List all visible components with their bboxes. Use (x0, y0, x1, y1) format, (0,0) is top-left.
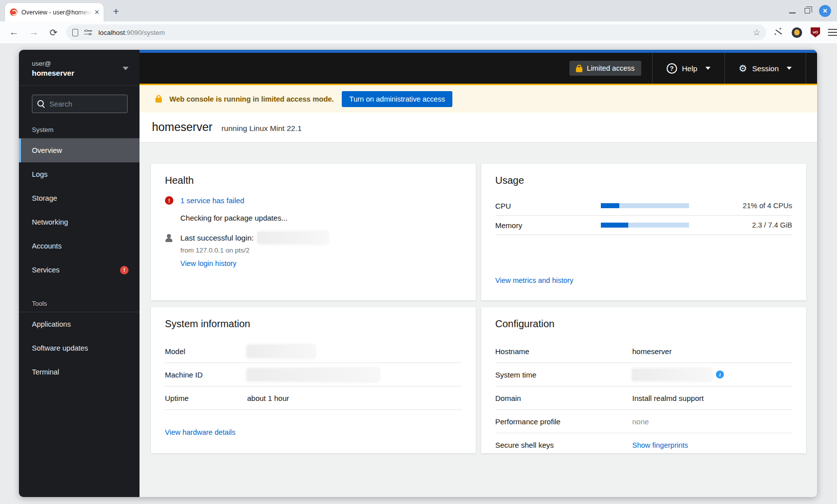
sidebar-item-terminal[interactable]: Terminal (19, 360, 140, 384)
window-maximize-button[interactable] (805, 8, 810, 13)
user-menu[interactable]: user@ homeserver (19, 50, 140, 86)
reload-button[interactable]: ⟳ (48, 27, 60, 38)
search-icon (37, 100, 45, 108)
tab-close-icon[interactable]: ✕ (94, 8, 100, 16)
page-info-icon[interactable] (72, 29, 78, 36)
browser-tab[interactable]: Overview - user@homeserv ✕ (5, 3, 104, 21)
uptime-value: about 1 hour (247, 394, 289, 402)
login-detail: from 127.0.0.1 on pts/2 (180, 247, 462, 254)
sidebar-item-software-updates[interactable]: Software updates (19, 336, 140, 360)
extension-monkey-icon[interactable] (792, 27, 802, 38)
lock-icon (155, 98, 162, 103)
browser-tab-bar: Overview - user@homeserv ✕ + ✕ (0, 0, 837, 21)
cpu-label: CPU (495, 202, 601, 210)
cpu-progress-bar (601, 203, 689, 208)
machine-id-row: Machine ID (165, 363, 462, 386)
tab-title: Overview - user@homeserv (21, 9, 92, 16)
turn-on-admin-access-button[interactable]: Turn on administrative access (342, 91, 452, 107)
sidebar: user@ homeserver System Overview Logs St… (19, 50, 140, 497)
redacted-model-value (247, 345, 314, 358)
os-subtitle: running Linux Mint 22.1 (221, 122, 301, 133)
machine-id-label: Machine ID (165, 371, 247, 379)
window-minimize-button[interactable] (789, 12, 796, 13)
performance-profile-label: Performance profile (495, 417, 632, 426)
help-icon: ? (667, 63, 677, 74)
system-information-title: System information (165, 318, 462, 330)
secure-shell-keys-row: Secure shell keys Show fingerprints (495, 433, 792, 457)
cockpit-favicon-icon (10, 8, 17, 16)
domain-label: Domain (495, 394, 632, 402)
session-menu[interactable]: ⚙ Session (725, 53, 806, 84)
memory-usage-row: Memory 2.3 / 7.4 GiB (495, 216, 792, 235)
hostname-row: Hostname homeserver (495, 340, 792, 363)
url-text[interactable]: localhost:9090/system (98, 29, 165, 36)
user-prefix: user@ (32, 60, 123, 67)
chevron-down-icon (787, 67, 792, 70)
overview-content: Health ! 1 service has failed Checking f… (140, 142, 817, 497)
sidebar-item-logs[interactable]: Logs (19, 162, 140, 186)
banner-message: Web console is running in limited access… (169, 95, 334, 103)
cpu-value: 21% of 4 CPUs (743, 202, 792, 210)
limited-access-button[interactable]: Limited access (569, 61, 641, 76)
show-fingerprints-link[interactable]: Show fingerprints (632, 441, 688, 449)
nav-section-tools: Tools (19, 291, 140, 312)
window-close-button[interactable]: ✕ (819, 5, 831, 17)
domain-value: Install realmd support (632, 394, 703, 402)
search-input[interactable] (49, 100, 124, 108)
site-settings-icon[interactable] (84, 29, 92, 35)
extension-wand-icon[interactable]: ✦✦ (774, 28, 783, 37)
lock-icon (576, 67, 582, 72)
help-menu[interactable]: ? Help (653, 53, 724, 84)
browser-toolbar: ← → ⟳ localhost:9090/system ☆ ✦✦ uO (0, 21, 837, 43)
forward-button[interactable]: → (28, 27, 40, 38)
gear-icon: ⚙ (739, 64, 747, 73)
masthead: Limited access ? Help ⚙ Session (140, 50, 817, 84)
sidebar-item-storage[interactable]: Storage (19, 186, 140, 210)
service-failed-link[interactable]: 1 service has failed (180, 196, 244, 205)
chevron-down-icon (705, 67, 710, 70)
system-time-label: System time (495, 371, 632, 379)
package-updates-status: Checking for package updates... (180, 214, 462, 222)
sidebar-item-networking[interactable]: Networking (19, 210, 140, 234)
sidebar-item-overview[interactable]: Overview (19, 138, 140, 162)
uptime-row: Uptime about 1 hour (165, 386, 462, 410)
cpu-usage-row: CPU 21% of 4 CPUs (495, 196, 792, 216)
screen: Overview - user@homeserv ✕ + ✕ ← → ⟳ loc… (0, 0, 837, 504)
user-silhouette-icon (165, 234, 173, 242)
ublock-shield-icon[interactable]: uO (811, 27, 820, 37)
page-title: homeserver (152, 121, 212, 134)
sidebar-item-applications[interactable]: Applications (19, 312, 140, 336)
services-alert-badge: ! (120, 266, 129, 274)
view-hardware-details-link[interactable]: View hardware details (165, 428, 462, 436)
cockpit-app: user@ homeserver System Overview Logs St… (19, 50, 817, 497)
uptime-label: Uptime (165, 394, 247, 402)
chevron-down-icon (123, 67, 129, 70)
memory-progress-bar (601, 223, 689, 228)
memory-value: 2.3 / 7.4 GiB (752, 221, 792, 229)
view-metrics-link[interactable]: View metrics and history (495, 276, 792, 284)
health-card: Health ! 1 service has failed Checking f… (151, 164, 476, 300)
model-label: Model (165, 347, 247, 356)
sidebar-search[interactable] (32, 95, 128, 113)
system-time-row: System time i (495, 363, 792, 386)
configuration-card: Configuration Hostname homeserver System… (481, 307, 806, 453)
memory-label: Memory (495, 221, 601, 230)
bookmark-star-icon[interactable]: ☆ (753, 27, 760, 38)
redacted-machine-id-value (247, 369, 379, 381)
sidebar-item-services[interactable]: Services ! (19, 258, 140, 282)
browser-menu-icon[interactable] (828, 29, 837, 36)
performance-profile-row: Performance profile none (495, 410, 792, 433)
info-icon[interactable]: i (716, 371, 724, 378)
new-tab-button[interactable]: + (110, 5, 123, 18)
sidebar-item-accounts[interactable]: Accounts (19, 234, 140, 258)
hostname-value: homeserver (632, 347, 672, 356)
system-information-card: System information Model Machine ID Upti… (151, 307, 476, 453)
page-header: homeserver running Linux Mint 22.1 (140, 113, 817, 142)
model-row: Model (165, 340, 462, 363)
view-login-history-link[interactable]: View login history (180, 259, 462, 267)
redacted-system-time-value (632, 369, 711, 380)
address-bar[interactable]: localhost:9090/system ☆ (66, 24, 766, 40)
back-button[interactable]: ← (8, 27, 20, 38)
performance-profile-value: none (632, 417, 649, 426)
page-background: user@ homeserver System Overview Logs St… (0, 43, 837, 504)
